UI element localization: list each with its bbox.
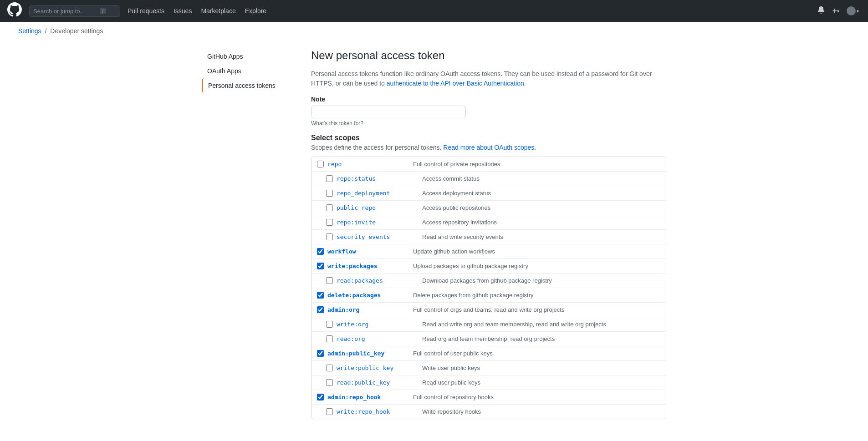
scope-desc-repo: Full control of private repositories: [413, 161, 660, 167]
sidebar-item-personal-access-tokens[interactable]: Personal access tokens: [202, 78, 293, 93]
scope-checkbox-read-packages[interactable]: [326, 277, 333, 284]
scope-desc-delete-packages: Delete packages from github package regi…: [413, 292, 660, 299]
scope-desc-admin-org: Full control of orgs and teams, read and…: [413, 306, 660, 313]
scope-checkbox-write-public-key[interactable]: [326, 365, 333, 371]
sidebar-item-oauth-apps[interactable]: OAuth Apps: [202, 64, 293, 78]
scope-name-workflow: workflow: [327, 248, 409, 255]
sidebar: GitHub Apps OAuth Apps Personal access t…: [202, 49, 293, 419]
scope-checkbox-security-events[interactable]: [326, 233, 333, 240]
scope-row-workflow: workflow Update github action workflows: [311, 244, 666, 259]
scope-checkbox-write-org[interactable]: [326, 321, 333, 328]
scopes-link[interactable]: Read more about OAuth scopes.: [443, 144, 536, 151]
breadcrumb: Settings / Developer settings: [0, 22, 868, 40]
scope-row-read-org: read:org Read org and team membership, r…: [311, 332, 666, 346]
note-hint: What's this token for?: [311, 120, 666, 127]
nav-issues[interactable]: Issues: [174, 7, 192, 15]
scope-desc-write-public-key: Write user public keys: [422, 365, 660, 371]
scope-row-write-org: write:org Read and write org and team me…: [311, 317, 666, 332]
scope-desc-read-packages: Download packages from github package re…: [422, 277, 660, 284]
scopes-description: Scopes define the access for personal to…: [311, 144, 666, 151]
avatar: [847, 6, 856, 15]
scope-name-repo-status: repo:status: [337, 175, 419, 182]
page-layout: GitHub Apps OAuth Apps Personal access t…: [184, 40, 684, 428]
scope-checkbox-read-public-key[interactable]: [326, 379, 333, 386]
scope-name-repo: repo: [327, 161, 409, 167]
chevron-down-icon-2: ▾: [857, 9, 859, 14]
scope-row-admin-public-key: admin:public_key Full control of user pu…: [311, 346, 666, 361]
scope-row-public-repo: public_repo Access public repositories: [311, 201, 666, 215]
scope-row-read-packages: read:packages Download packages from git…: [311, 274, 666, 288]
bell-icon: [817, 6, 825, 15]
breadcrumb-current: Developer settings: [50, 27, 103, 35]
avatar-button[interactable]: ▾: [845, 5, 861, 17]
notifications-button[interactable]: [816, 5, 827, 17]
nav-marketplace[interactable]: Marketplace: [201, 7, 235, 15]
scope-checkbox-admin-org[interactable]: [317, 306, 324, 313]
nav-pull-requests[interactable]: Pull requests: [128, 7, 164, 15]
scope-desc-admin-repo-hook: Full control of repository hooks: [413, 394, 660, 400]
scope-desc-workflow: Update github action workflows: [413, 248, 660, 255]
scope-row-repo-deployment: repo_deployment Access deployment status: [311, 186, 666, 201]
scope-name-read-public-key: read:public_key: [337, 379, 419, 386]
scope-row-repo-invite: repo:invite Access repository invitation…: [311, 215, 666, 230]
scope-name-write-packages: write:packages: [327, 263, 409, 269]
scope-name-security-events: security_events: [337, 233, 419, 240]
scope-row-delete-packages: delete:packages Delete packages from git…: [311, 288, 666, 303]
scopes-table: repo Full control of private repositorie…: [311, 157, 666, 419]
scope-name-public-repo: public_repo: [337, 204, 419, 211]
chevron-down-icon: ▾: [837, 9, 839, 14]
scope-desc-repo-invite: Access repository invitations: [422, 219, 660, 226]
scope-name-admin-repo-hook: admin:repo_hook: [327, 394, 409, 400]
scope-checkbox-repo-invite[interactable]: [326, 219, 333, 226]
scope-checkbox-repo[interactable]: [317, 161, 324, 167]
github-logo[interactable]: [7, 2, 22, 20]
scope-checkbox-admin-public-key[interactable]: [317, 350, 324, 357]
search-box[interactable]: /: [29, 5, 120, 17]
scope-name-repo-invite: repo:invite: [337, 219, 419, 226]
note-group: Note What's this token for?: [311, 96, 666, 127]
search-input[interactable]: [33, 8, 97, 15]
scope-checkbox-repo-deployment[interactable]: [326, 190, 333, 197]
scopes-desc-text: Scopes define the access for personal to…: [311, 144, 443, 151]
scope-name-read-packages: read:packages: [337, 277, 419, 284]
scope-row-security-events: security_events Read and write security …: [311, 230, 666, 244]
scope-name-delete-packages: delete:packages: [327, 292, 409, 299]
scope-name-read-org: read:org: [337, 335, 419, 342]
scope-desc-write-packages: Upload packages to github package regist…: [413, 263, 660, 269]
nav-explore[interactable]: Explore: [245, 7, 266, 15]
scopes-title: Select scopes: [311, 134, 666, 142]
scope-checkbox-workflow[interactable]: [317, 248, 324, 255]
scope-row-write-packages: write:packages Upload packages to github…: [311, 259, 666, 274]
scope-row-admin-repo-hook: admin:repo_hook Full control of reposito…: [311, 390, 666, 405]
description: Personal access tokens function like ord…: [311, 69, 666, 88]
sidebar-item-github-apps[interactable]: GitHub Apps: [202, 49, 293, 64]
scope-desc-read-public-key: Read user public keys: [422, 379, 660, 386]
page-title: New personal access token: [311, 49, 666, 62]
breadcrumb-separator: /: [45, 27, 46, 35]
description-link[interactable]: authenticate to the API over Basic Authe…: [387, 80, 526, 87]
scope-desc-security-events: Read and write security events: [422, 233, 660, 240]
scope-checkbox-write-repo-hook[interactable]: [326, 408, 333, 415]
scope-desc-public-repo: Access public repositories: [422, 204, 660, 211]
scope-name-admin-org: admin:org: [327, 306, 409, 313]
scope-checkbox-admin-repo-hook[interactable]: [317, 394, 324, 400]
scope-checkbox-public-repo[interactable]: [326, 204, 333, 211]
scope-name-write-repo-hook: write:repo_hook: [337, 408, 419, 415]
scope-checkbox-delete-packages[interactable]: [317, 292, 324, 299]
scope-row-write-repo-hook: write:repo_hook Write repository hooks: [311, 405, 666, 419]
scope-row-admin-org: admin:org Full control of orgs and teams…: [311, 303, 666, 317]
scope-name-admin-public-key: admin:public_key: [327, 350, 409, 357]
scope-name-write-public-key: write:public_key: [337, 365, 419, 371]
scope-checkbox-write-packages[interactable]: [317, 263, 324, 269]
scope-desc-admin-public-key: Full control of user public keys: [413, 350, 660, 357]
scope-checkbox-read-org[interactable]: [326, 335, 333, 342]
scope-checkbox-repo-status[interactable]: [326, 175, 333, 182]
new-button[interactable]: + ▾: [830, 5, 841, 18]
nav-links: Pull requests Issues Marketplace Explore: [128, 7, 266, 15]
scope-row-repo: repo Full control of private repositorie…: [311, 157, 666, 172]
breadcrumb-settings[interactable]: Settings: [18, 27, 41, 35]
scope-desc-read-org: Read org and team membership, read org p…: [422, 335, 660, 342]
scope-row-repo-status: repo:status Access commit status: [311, 172, 666, 186]
scopes-section: Select scopes Scopes define the access f…: [311, 134, 666, 419]
note-input[interactable]: [311, 106, 466, 118]
